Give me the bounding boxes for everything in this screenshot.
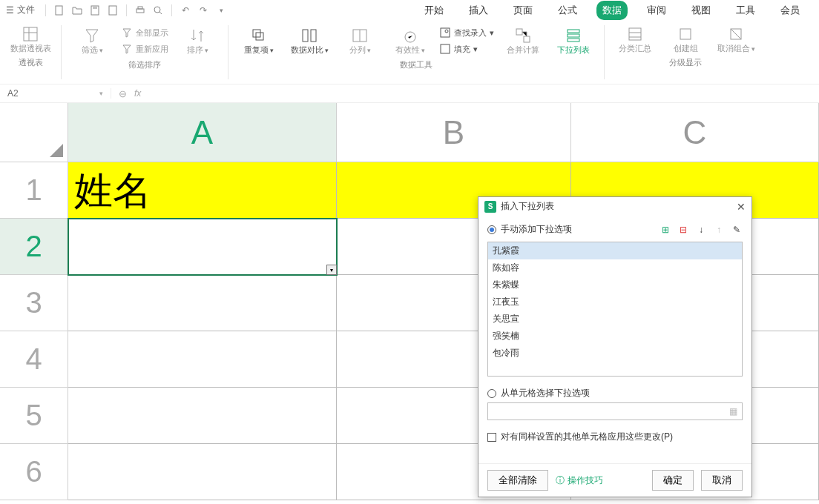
cancel-button[interactable]: 取消 bbox=[701, 470, 743, 491]
tab-member[interactable]: 会员 bbox=[774, 1, 806, 20]
group-label-filter: 筛选排序 bbox=[128, 59, 161, 70]
tab-formula[interactable]: 公式 bbox=[552, 1, 583, 20]
svg-rect-0 bbox=[56, 6, 62, 15]
fill-button[interactable]: 填充▾ bbox=[439, 42, 494, 56]
file-menu[interactable]: ☰ 文件 bbox=[6, 4, 35, 16]
tab-data[interactable]: 数据 bbox=[596, 1, 628, 20]
list-item[interactable]: 关思宣 bbox=[488, 311, 742, 328]
group-label-pivot: 透视表 bbox=[19, 57, 43, 68]
svg-point-6 bbox=[154, 7, 160, 13]
col-header-c[interactable]: C bbox=[571, 103, 819, 162]
ungroup-button[interactable]: 取消组合 bbox=[714, 25, 757, 54]
ok-button[interactable]: 确定 bbox=[652, 470, 694, 491]
pivot-button[interactable]: 数据透视表 bbox=[9, 25, 52, 54]
svg-rect-8 bbox=[24, 27, 37, 41]
move-up-icon[interactable]: ↑ bbox=[713, 224, 725, 236]
fx-icon[interactable]: fx bbox=[134, 88, 141, 99]
row-header-2[interactable]: 2 bbox=[0, 219, 68, 275]
options-listbox[interactable]: 孔紫霞 陈如容 朱紫蝶 江夜玉 关思宣 强笑楠 包冷雨 bbox=[487, 242, 743, 377]
cell-a6[interactable] bbox=[68, 444, 337, 500]
group-create-button[interactable]: 创建组 bbox=[664, 25, 707, 54]
cancel-icon[interactable]: ⊖ bbox=[119, 88, 127, 99]
group-label-outline: 分级显示 bbox=[669, 57, 702, 68]
show-all[interactable]: 全部显示 bbox=[121, 25, 168, 40]
svg-rect-13 bbox=[303, 30, 308, 42]
preview-icon[interactable] bbox=[151, 4, 165, 17]
apply-same-label: 对有同样设置的其他单元格应用这些更改(P) bbox=[501, 431, 673, 443]
add-item-icon[interactable]: ⊞ bbox=[660, 224, 671, 236]
dropdown-handle[interactable]: ▾ bbox=[326, 265, 337, 275]
row-header-5[interactable]: 5 bbox=[0, 388, 68, 444]
col-header-b[interactable]: B bbox=[337, 103, 571, 162]
dropdown-icon[interactable]: ▾ bbox=[214, 4, 228, 17]
filter-button[interactable]: 筛选 bbox=[70, 27, 114, 56]
list-item[interactable]: 陈如容 bbox=[488, 259, 742, 276]
svg-line-7 bbox=[159, 12, 162, 14]
row-header-4[interactable]: 4 bbox=[0, 331, 68, 388]
radio-manual[interactable] bbox=[487, 225, 496, 234]
list-item[interactable]: 江夜玉 bbox=[488, 294, 742, 311]
svg-rect-25 bbox=[568, 39, 579, 42]
apply-same-checkbox[interactable] bbox=[487, 433, 496, 442]
validity-button[interactable]: 有效性 bbox=[389, 27, 432, 56]
merge-calc-button[interactable]: 合并计算 bbox=[501, 27, 545, 56]
tab-insert[interactable]: 插入 bbox=[463, 1, 494, 20]
tab-review[interactable]: 审阅 bbox=[641, 1, 672, 20]
cell-a5[interactable] bbox=[68, 388, 337, 444]
move-down-icon[interactable]: ↓ bbox=[695, 224, 707, 236]
list-item[interactable]: 朱紫蝶 bbox=[488, 276, 742, 294]
dup-button[interactable]: 重复项 bbox=[237, 27, 280, 56]
dropdown-dialog: S 插入下拉列表 ✕ 手动添加下拉选项 ⊞ ⊟ ↓ ↑ ✎ 孔紫霞 陈如容 朱紫… bbox=[478, 196, 752, 497]
reapply[interactable]: 重新应用 bbox=[121, 42, 168, 56]
open-icon[interactable] bbox=[70, 4, 84, 17]
row-header-3[interactable]: 3 bbox=[0, 275, 68, 331]
list-item[interactable]: 包冷雨 bbox=[488, 345, 742, 362]
dropdown-list-button[interactable]: 下拉列表 bbox=[552, 27, 595, 56]
select-all-corner[interactable] bbox=[0, 103, 68, 162]
save-icon[interactable] bbox=[88, 4, 102, 17]
svg-rect-5 bbox=[138, 7, 142, 9]
row-header-1[interactable]: 1 bbox=[0, 162, 68, 219]
svg-point-19 bbox=[445, 30, 448, 33]
tab-view[interactable]: 视图 bbox=[685, 1, 717, 20]
range-input[interactable]: ▦ bbox=[487, 402, 743, 420]
subtotal-button[interactable]: 分类汇总 bbox=[614, 25, 657, 54]
undo-icon[interactable]: ↶ bbox=[179, 4, 192, 17]
svg-rect-12 bbox=[256, 33, 263, 40]
svg-rect-29 bbox=[680, 29, 691, 39]
cell-a2[interactable]: ▾ bbox=[68, 219, 337, 275]
svg-rect-24 bbox=[568, 34, 579, 37]
row-header-6[interactable]: 6 bbox=[0, 444, 68, 500]
cell-a1[interactable]: 姓名 bbox=[68, 162, 337, 219]
svg-rect-22 bbox=[524, 36, 530, 42]
tab-start[interactable]: 开始 bbox=[418, 1, 450, 20]
dialog-logo-icon: S bbox=[484, 201, 496, 213]
split-button[interactable]: 分列 bbox=[338, 27, 381, 56]
dialog-title: 插入下拉列表 bbox=[501, 200, 554, 213]
print-icon[interactable] bbox=[134, 4, 147, 17]
group-label-datatools: 数据工具 bbox=[400, 59, 432, 70]
tips-link[interactable]: ⓘ 操作技巧 bbox=[556, 474, 603, 487]
name-box[interactable]: A2▾ bbox=[0, 88, 111, 99]
edit-icon[interactable]: ✎ bbox=[731, 224, 743, 236]
new-icon[interactable] bbox=[53, 4, 66, 17]
clear-all-button[interactable]: 全部清除 bbox=[487, 470, 548, 491]
tab-tools[interactable]: 工具 bbox=[730, 1, 761, 20]
find-input[interactable]: 查找录入▾ bbox=[439, 25, 494, 40]
compare-button[interactable]: 数据对比 bbox=[288, 27, 331, 56]
svg-rect-26 bbox=[629, 28, 641, 40]
cell-a3[interactable] bbox=[68, 275, 337, 331]
col-header-a[interactable]: A bbox=[68, 103, 337, 162]
redo-icon[interactable]: ↷ bbox=[197, 4, 210, 17]
remove-item-icon[interactable]: ⊟ bbox=[677, 224, 689, 236]
list-item[interactable]: 强笑楠 bbox=[488, 328, 742, 345]
cell-a4[interactable] bbox=[68, 331, 337, 388]
svg-rect-20 bbox=[441, 44, 450, 53]
sort-button[interactable]: 排序 bbox=[176, 27, 219, 56]
radio-range[interactable] bbox=[487, 389, 496, 398]
svg-rect-4 bbox=[136, 9, 144, 13]
list-item[interactable]: 孔紫霞 bbox=[488, 242, 742, 259]
tab-page[interactable]: 页面 bbox=[507, 1, 539, 20]
close-icon[interactable]: ✕ bbox=[737, 201, 746, 213]
saveas-icon[interactable] bbox=[106, 4, 119, 17]
